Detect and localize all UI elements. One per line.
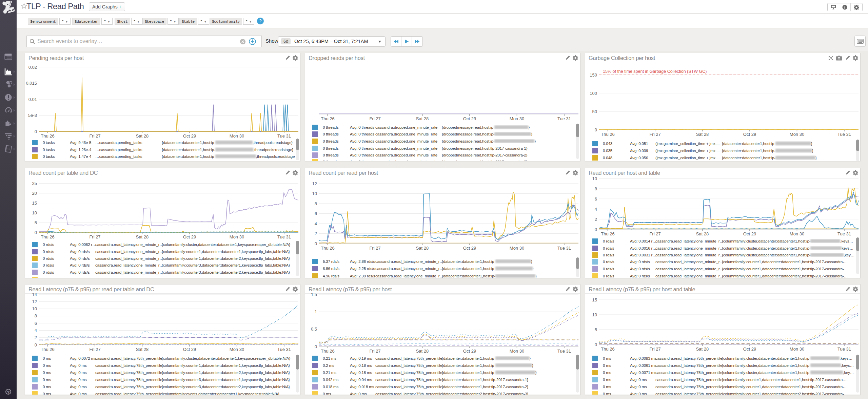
svg-text:12: 12 [312,181,317,186]
svg-text:Thu 26: Thu 26 [601,346,614,352]
svg-text:10: 10 [32,306,37,311]
svg-text:0.01: 0.01 [28,97,37,102]
svg-text:1: 1 [315,309,317,314]
svg-text:Sat 28: Sat 28 [416,246,429,251]
svg-text:Mon 30: Mon 30 [510,116,524,121]
svg-text:Fri 27: Fri 27 [369,349,380,354]
svg-text:8: 8 [315,201,317,206]
svg-text:150: 150 [590,72,597,78]
svg-text:8: 8 [35,313,37,318]
svg-text:Tue 31: Tue 31 [837,231,851,236]
svg-text:Tue 31: Tue 31 [557,116,571,121]
svg-text:Sat 28: Sat 28 [136,133,149,139]
svg-text:Thu 26: Thu 26 [321,116,334,121]
svg-text:Mon 30: Mon 30 [790,132,804,137]
svg-text:Sat 28: Sat 28 [136,234,149,239]
svg-text:25: 25 [32,181,37,186]
svg-text:15% of the time spent in Garba: 15% of the time spent in Garbage Collect… [603,69,707,74]
svg-text:Fri 27: Fri 27 [89,347,100,352]
svg-text:Tue 31: Tue 31 [557,246,571,251]
svg-text:6: 6 [35,321,37,326]
svg-text:Oct 29: Oct 29 [183,133,196,139]
svg-text:0: 0 [595,342,597,347]
svg-text:0: 0 [315,344,317,349]
svg-text:Fri 27: Fri 27 [649,346,660,352]
svg-text:Fri 27: Fri 27 [369,116,380,121]
svg-text:0.5: 0.5 [311,327,317,332]
svg-text:12: 12 [32,299,37,304]
svg-text:Sat 28: Sat 28 [696,231,709,236]
svg-text:Thu 26: Thu 26 [41,347,54,352]
svg-text:6: 6 [315,211,317,216]
svg-text:0: 0 [35,129,37,134]
svg-text:Thu 26: Thu 26 [41,133,54,139]
svg-text:Fri 27: Fri 27 [89,234,100,239]
svg-text:2: 2 [595,217,597,222]
svg-text:8: 8 [595,186,597,191]
svg-text:4: 4 [35,328,37,333]
svg-text:Tue 31: Tue 31 [837,132,851,137]
svg-text:Fri 27: Fri 27 [649,231,660,236]
svg-text:5e-3: 5e-3 [28,113,37,118]
svg-text:Fri 27: Fri 27 [369,246,380,251]
svg-text:Oct 29: Oct 29 [743,231,756,236]
svg-text:Tue 31: Tue 31 [277,234,291,239]
svg-text:10: 10 [32,210,37,215]
svg-text:Mon 30: Mon 30 [510,349,524,354]
svg-text:10: 10 [592,177,597,181]
svg-text:Sat 28: Sat 28 [696,132,709,137]
svg-text:20: 20 [32,191,37,196]
svg-text:Oct 29: Oct 29 [743,132,756,137]
svg-text:Oct 29: Oct 29 [463,116,476,121]
svg-text:50: 50 [592,109,597,114]
svg-text:Sat 28: Sat 28 [416,116,429,121]
svg-text:Mon 30: Mon 30 [230,234,244,239]
svg-text:Fri 27: Fri 27 [89,133,100,139]
svg-text:Thu 26: Thu 26 [321,349,334,354]
svg-text:Tue 31: Tue 31 [277,347,291,352]
svg-text:Thu 26: Thu 26 [601,132,614,137]
svg-text:2: 2 [315,231,317,236]
svg-text:Thu 26: Thu 26 [41,234,54,239]
svg-text:0: 0 [35,342,37,348]
svg-text:Tue 31: Tue 31 [277,133,291,139]
svg-text:Oct 29: Oct 29 [183,347,196,352]
svg-text:Fri 27: Fri 27 [649,132,660,137]
svg-text:10: 10 [592,312,597,317]
svg-text:0.02: 0.02 [28,65,37,70]
svg-text:6: 6 [595,196,597,202]
svg-text:Sat 28: Sat 28 [136,347,149,352]
svg-text:Mon 30: Mon 30 [230,347,244,352]
svg-text:Oct 29: Oct 29 [743,346,756,352]
svg-text:0: 0 [315,241,317,246]
svg-text:2: 2 [35,335,37,340]
svg-text:Tue 31: Tue 31 [837,346,851,352]
svg-text:10: 10 [312,191,317,196]
svg-text:Thu 26: Thu 26 [601,231,614,236]
svg-text:0.015: 0.015 [26,81,37,86]
svg-text:Thu 26: Thu 26 [321,246,334,251]
svg-text:Oct 29: Oct 29 [183,234,196,239]
svg-text:Mon 30: Mon 30 [230,133,244,139]
svg-text:Mon 30: Mon 30 [790,231,804,236]
svg-text:5: 5 [595,327,597,332]
svg-text:100: 100 [590,91,597,96]
svg-text:Sat 28: Sat 28 [696,346,709,352]
svg-text:0: 0 [595,127,597,132]
svg-text:4: 4 [315,221,317,226]
svg-text:15: 15 [592,297,597,302]
svg-text:Mon 30: Mon 30 [790,346,804,352]
svg-text:5: 5 [35,220,37,225]
svg-text:0: 0 [35,230,37,235]
svg-text:4: 4 [595,207,597,212]
svg-text:0: 0 [595,227,597,232]
svg-text:14: 14 [32,293,37,297]
svg-text:Oct 29: Oct 29 [463,349,476,354]
svg-text:Tue 31: Tue 31 [557,349,571,354]
svg-text:1.5: 1.5 [311,293,317,297]
svg-text:Mon 30: Mon 30 [510,246,524,251]
svg-text:Oct 29: Oct 29 [463,246,476,251]
svg-text:Sat 28: Sat 28 [416,349,429,354]
svg-text:15: 15 [32,201,37,206]
